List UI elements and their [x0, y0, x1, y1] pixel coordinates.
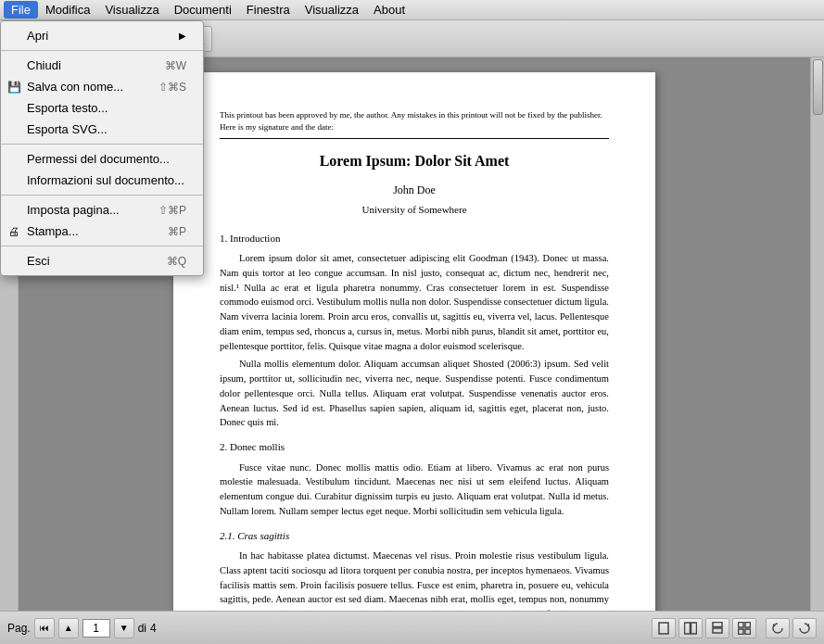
menu-item-imposta-shortcut: ⇧⌘P	[158, 204, 186, 217]
current-page-input[interactable]	[82, 619, 110, 638]
svg-rect-9	[685, 623, 691, 634]
total-prefix: di	[138, 622, 146, 635]
menu-item-esporta-svg[interactable]: Esporta SVG...	[1, 119, 203, 140]
save-icon: 💾	[6, 80, 21, 95]
section-1-para-2: Nulla mollis elementum dolor. Aliquam ac…	[220, 357, 609, 430]
menu-item-esci-shortcut: ⌘Q	[167, 255, 186, 268]
menu-documenti[interactable]: Documenti	[167, 1, 239, 19]
file-dropdown-menu: Apri ▶ Chiudi ⌘W 💾 Salva con nome... ⇧⌘S…	[0, 20, 204, 276]
menu-visualizza2[interactable]: Visualizza	[298, 1, 366, 19]
menu-separator-4	[1, 246, 203, 246]
svg-rect-10	[691, 623, 697, 634]
menubar: File Modifica Visualizza Documenti Fines…	[0, 0, 824, 20]
first-page-button[interactable]: ⏮	[34, 618, 55, 638]
menu-about[interactable]: About	[366, 1, 412, 19]
menu-item-informazioni[interactable]: Informazioni sul documento...	[1, 170, 203, 191]
rotate-right-button[interactable]	[792, 618, 817, 638]
layout-continuous-button[interactable]	[705, 618, 729, 638]
svg-rect-12	[713, 628, 722, 633]
menu-item-imposta[interactable]: Imposta pagina... ⇧⌘P	[1, 199, 203, 221]
layout-grid-button[interactable]	[732, 618, 756, 638]
menu-visualizza1[interactable]: Visualizza	[97, 1, 166, 19]
scrollbar-thumb[interactable]	[813, 59, 823, 115]
rotate-left-button[interactable]	[766, 618, 790, 638]
menu-item-esci-label: Esci	[27, 254, 50, 268]
doc-affiliation: University of Somewhere	[220, 202, 609, 218]
menu-item-permessi-label: Permessi del documento...	[27, 152, 170, 166]
menu-item-chiudi[interactable]: Chiudi ⌘W	[1, 55, 203, 76]
section-1-heading: 1. Introduction	[220, 231, 609, 246]
layout-facing-button[interactable]	[678, 618, 703, 638]
section-2-para-1: Fusce vitae nunc. Donec mollis mattis od…	[220, 461, 609, 519]
menu-item-permessi[interactable]: Permessi del documento...	[1, 148, 203, 170]
section-21-heading: 2.1. Cras sagittis	[220, 528, 609, 544]
menu-item-esporta-testo-label: Esporta testo...	[27, 101, 108, 115]
menu-modifica[interactable]: Modifica	[38, 1, 97, 19]
statusbar: Pag. ⏮ ▲ ▼ di 4	[0, 611, 824, 644]
doc-title: Lorem Ipsum: Dolor Sit Amet	[220, 150, 609, 172]
total-pages: 4	[150, 622, 157, 635]
print-icon: 🖨	[6, 224, 21, 239]
menu-item-apri-label: Apri	[27, 29, 48, 43]
svg-rect-13	[739, 622, 744, 627]
menu-item-chiudi-label: Chiudi	[27, 58, 61, 72]
next-page-button[interactable]: ▼	[114, 618, 134, 638]
svg-rect-11	[713, 622, 722, 626]
menu-separator-3	[1, 195, 203, 196]
svg-rect-8	[659, 623, 668, 634]
page-label: Pag.	[7, 622, 31, 635]
svg-rect-14	[745, 622, 751, 627]
menu-item-stampa-shortcut: ⌘P	[168, 225, 186, 238]
doc-author: John Doe	[220, 182, 609, 198]
menu-item-apri-arrow: ▶	[179, 31, 186, 41]
rotate-left-icon	[771, 622, 784, 635]
svg-rect-16	[745, 629, 751, 635]
menu-item-imposta-label: Imposta pagina...	[27, 203, 120, 217]
menu-item-esporta-testo[interactable]: Esporta testo...	[1, 97, 203, 119]
doc-notice: This printout has been approved by me, t…	[220, 109, 609, 139]
layout-continuous-icon	[712, 622, 723, 635]
section-2-heading: 2. Donec mollis	[220, 439, 609, 455]
layout-single-button[interactable]	[652, 618, 676, 638]
layout-grid-icon	[738, 622, 751, 635]
menu-item-esporta-svg-label: Esporta SVG...	[27, 122, 108, 136]
menu-item-salva-label: Salva con nome...	[27, 80, 123, 94]
menu-separator-2	[1, 144, 203, 145]
statusbar-right	[652, 618, 817, 638]
layout-facing-icon	[684, 622, 697, 635]
document-page: This printout has been approved by me, t…	[173, 72, 655, 611]
scrollbar-track[interactable]	[810, 57, 824, 611]
section-21-para-1: In hac habitasse platea dictumst. Maecen…	[220, 549, 609, 611]
menu-finestra[interactable]: Finestra	[239, 1, 298, 19]
menu-file[interactable]: File	[4, 1, 38, 19]
section-1-para-1: Lorem ipsum dolor sit amet, consectetuer…	[220, 251, 609, 353]
svg-rect-15	[739, 629, 744, 635]
prev-page-button[interactable]: ▲	[58, 618, 79, 638]
rotate-right-icon	[798, 622, 811, 635]
menu-item-stampa[interactable]: 🖨 Stampa... ⌘P	[1, 221, 203, 242]
menu-item-informazioni-label: Informazioni sul documento...	[27, 173, 184, 187]
menu-item-stampa-label: Stampa...	[27, 224, 79, 238]
menu-item-esci[interactable]: Esci ⌘Q	[1, 250, 203, 271]
menu-separator-1	[1, 50, 203, 51]
menu-item-salva[interactable]: 💾 Salva con nome... ⇧⌘S	[1, 76, 203, 97]
menu-item-salva-shortcut: ⇧⌘S	[158, 81, 186, 94]
menu-item-apri[interactable]: Apri ▶	[1, 25, 203, 46]
layout-single-icon	[658, 622, 669, 635]
menu-item-chiudi-shortcut: ⌘W	[165, 59, 186, 72]
